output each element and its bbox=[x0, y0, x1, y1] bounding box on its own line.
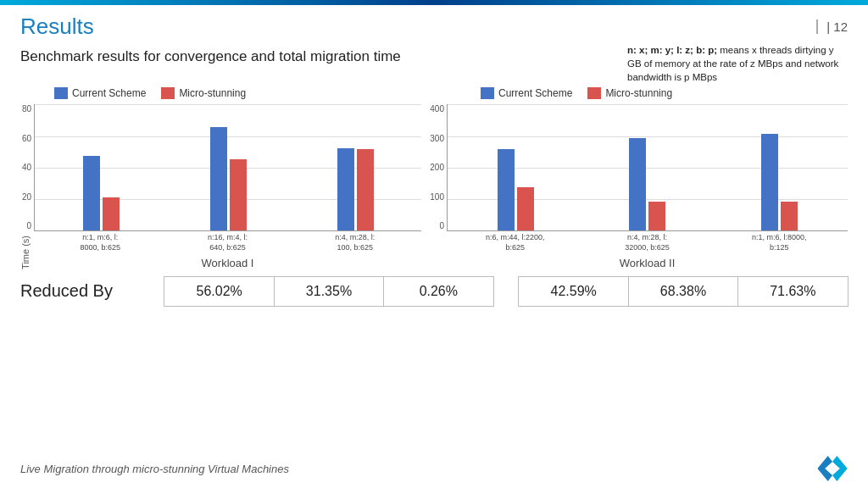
charts-area: Current Scheme Micro-stunning Time (s) 8… bbox=[20, 87, 848, 269]
benchmark-title: Benchmark results for convergence and to… bbox=[20, 48, 401, 65]
chart1-bars bbox=[35, 104, 421, 230]
reduced-label: Reduced By bbox=[20, 281, 164, 301]
chart2-legend-current: Current Scheme bbox=[481, 87, 572, 99]
content-area: Benchmark results for convergence and to… bbox=[0, 43, 868, 307]
legend-note-bold: n: x; m: y; l: z; b: p; bbox=[627, 45, 717, 55]
bar-c1-g2-red bbox=[230, 159, 247, 230]
x2-label-3: n:1, m:6, l:8000,b:125 bbox=[717, 233, 841, 252]
reduced-cell-2-3: 71.63% bbox=[737, 276, 849, 307]
chart2-legend-red-box bbox=[587, 87, 601, 99]
legend-note: n: x; m: y; l: z; b: p; means x threads … bbox=[627, 43, 848, 84]
bar-group-1 bbox=[42, 156, 160, 230]
legend-current-scheme: Current Scheme bbox=[54, 87, 146, 99]
chart2-legend-current-label: Current Scheme bbox=[498, 87, 572, 99]
legend-micro-label: Micro-stunning bbox=[179, 87, 246, 99]
chart1: Current Scheme Micro-stunning Time (s) 8… bbox=[20, 87, 421, 269]
chart2-wrap: 400 300 200 100 0 bbox=[447, 104, 848, 269]
bar-c1-g3-blue bbox=[337, 148, 354, 230]
bar2-group-2 bbox=[586, 138, 709, 230]
slide-number: | 12 bbox=[816, 19, 848, 34]
chart1-inner: 80 60 40 20 0 bbox=[34, 104, 421, 269]
chart1-workload-label: Workload I bbox=[34, 257, 421, 269]
bar-c2-g3-blue bbox=[761, 134, 778, 230]
footer: Live Migration through micro-stunning Vi… bbox=[20, 456, 848, 481]
legend-blue-box bbox=[54, 87, 68, 99]
reduced-cell-1-1: 56.02% bbox=[164, 276, 275, 307]
bar2-group-3 bbox=[718, 134, 841, 230]
chart2-legend-blue-box bbox=[481, 87, 494, 99]
chart2-y-ticks: 400 300 200 100 0 bbox=[424, 104, 444, 230]
logo-icon bbox=[817, 456, 848, 481]
chart2-inner: 400 300 200 100 0 bbox=[447, 104, 848, 269]
chart2-workload-label: Workload II bbox=[447, 257, 848, 269]
x2-label-1: n:6, m:44, l:2200,b:625 bbox=[453, 233, 577, 252]
chart2-reduced-cells: 42.59% 68.38% 71.63% bbox=[519, 276, 848, 307]
bar-c1-g2-blue bbox=[210, 127, 227, 230]
svg-marker-1 bbox=[832, 456, 848, 481]
chart1-reduced-cells: 56.02% 31.35% 0.26% bbox=[164, 276, 493, 307]
bar-group-3 bbox=[296, 148, 415, 230]
chart2-bars bbox=[448, 104, 848, 230]
chart2-grid: 400 300 200 100 0 bbox=[447, 104, 848, 231]
chart2-legend: Current Scheme Micro-stunning bbox=[447, 87, 848, 99]
bar-c1-g1-blue bbox=[83, 156, 100, 230]
reduced-row: Reduced By 56.02% 31.35% 0.26% 42.59% 68… bbox=[20, 276, 848, 307]
bar-c1-g3-red bbox=[357, 149, 374, 230]
chart2-legend-micro-label: Micro-stunning bbox=[605, 87, 672, 99]
x-label-2: n:16, m:4, l:640, b:625 bbox=[168, 233, 287, 252]
footer-text: Live Migration through micro-stunning Vi… bbox=[20, 463, 289, 475]
legend-micro-stunning: Micro-stunning bbox=[161, 87, 246, 99]
chart1-y-label: Time (s) bbox=[20, 236, 31, 269]
chart2-x-labels: n:6, m:44, l:2200,b:625 n:4, m:28, l:320… bbox=[447, 233, 848, 252]
bar-c2-g2-red bbox=[648, 202, 665, 230]
x-label-3: n:4, m:28, l:100, b:625 bbox=[296, 233, 415, 252]
chart1-x-labels: n:1, m:6, l:8000, b:625 n:16, m:4, l:640… bbox=[34, 233, 421, 252]
legend-current-label: Current Scheme bbox=[72, 87, 146, 99]
chart1-y-ticks: 80 60 40 20 0 bbox=[11, 104, 31, 230]
bar-c2-g1-blue bbox=[498, 149, 515, 230]
bar-c1-g1-red bbox=[103, 197, 120, 230]
header: Results | 12 bbox=[0, 5, 868, 43]
page-title: Results bbox=[20, 14, 94, 40]
bar-c2-g3-red bbox=[781, 202, 798, 230]
chart1-legend: Current Scheme Micro-stunning bbox=[20, 87, 421, 99]
reduced-cell-2-2: 68.38% bbox=[628, 276, 739, 307]
chart1-wrap: Time (s) 80 60 40 20 0 bbox=[20, 104, 421, 269]
benchmark-row: Benchmark results for convergence and to… bbox=[20, 43, 848, 84]
bar-group-2 bbox=[169, 127, 287, 230]
bar2-group-1 bbox=[454, 149, 577, 230]
x2-label-2: n:4, m:28, l:32000, b:625 bbox=[586, 233, 709, 252]
chart2: Current Scheme Micro-stunning 400 300 20… bbox=[447, 87, 848, 269]
bar-c2-g2-blue bbox=[629, 138, 646, 230]
reduced-cell-1-3: 0.26% bbox=[383, 276, 494, 307]
svg-marker-0 bbox=[817, 456, 832, 481]
chart2-legend-micro: Micro-stunning bbox=[587, 87, 672, 99]
x-label-1: n:1, m:6, l:8000, b:625 bbox=[41, 233, 159, 252]
reduced-cell-1-2: 31.35% bbox=[274, 276, 385, 307]
chart1-grid: 80 60 40 20 0 bbox=[34, 104, 421, 231]
bar-c2-g1-red bbox=[517, 187, 534, 230]
legend-red-box bbox=[161, 87, 175, 99]
reduced-cell-2-1: 42.59% bbox=[518, 276, 629, 307]
